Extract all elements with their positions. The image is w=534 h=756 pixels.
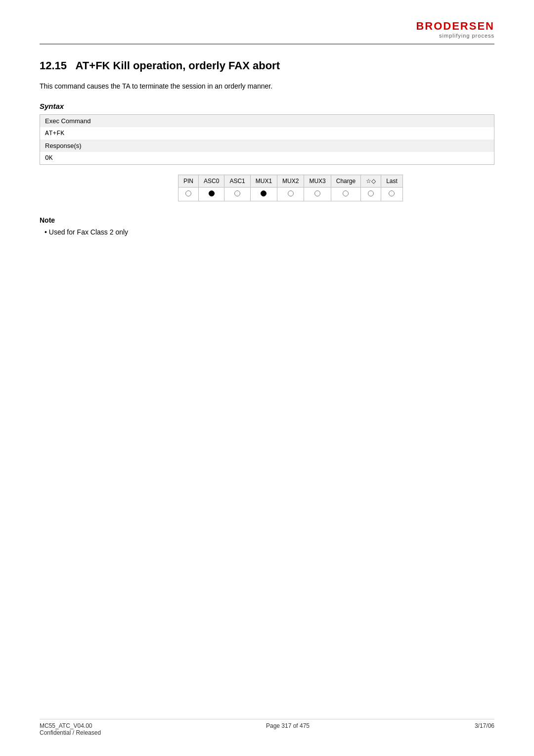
note-item-text: Used for Fax Class 2 only bbox=[49, 228, 128, 236]
circle-empty-mux3 bbox=[314, 190, 320, 196]
pin-table-wrapper: PIN ASC0 ASC1 MUX1 MUX2 MUX3 Charge ☆◇ L… bbox=[178, 175, 494, 201]
pin-header-asc0: ASC0 bbox=[199, 175, 224, 188]
pin-header-mux2: MUX2 bbox=[277, 175, 304, 188]
header-rule bbox=[40, 44, 494, 45]
pin-header-mux3: MUX3 bbox=[304, 175, 331, 188]
footer-left: MC55_ATC_V04.00 Confidential / Released bbox=[40, 722, 101, 736]
circle-empty-charge bbox=[343, 190, 349, 196]
pin-cell-asc0 bbox=[199, 188, 224, 201]
pin-header-asc1: ASC1 bbox=[224, 175, 250, 188]
page: BRODERSEN simplifying process 12.15 AT+F… bbox=[0, 0, 534, 756]
footer-page: Page 317 of 475 bbox=[266, 722, 310, 729]
pin-header-charge: Charge bbox=[331, 175, 360, 188]
response-label: Response(s) bbox=[40, 140, 494, 152]
section-heading: AT+FK Kill operation, orderly FAX abort bbox=[76, 59, 280, 72]
pin-cell-mux3 bbox=[304, 188, 331, 201]
table-row: Exec Command bbox=[40, 115, 494, 128]
section-title: 12.15 AT+FK Kill operation, orderly FAX … bbox=[40, 59, 494, 72]
logo-brand: BRODERSEN bbox=[416, 20, 494, 33]
pin-cell-star bbox=[361, 188, 381, 201]
footer-status: Confidential / Released bbox=[40, 729, 101, 736]
command-table: Exec Command AT+FK Response(s) OK bbox=[40, 114, 494, 165]
pin-header-pin: PIN bbox=[178, 175, 199, 188]
table-row: OK bbox=[40, 152, 494, 165]
circle-empty-star bbox=[368, 190, 374, 196]
exec-command-value: AT+FK bbox=[40, 127, 494, 140]
circle-filled-mux1 bbox=[261, 190, 267, 196]
logo-text: BRODERSEN bbox=[416, 20, 494, 32]
logo-tagline: simplifying process bbox=[416, 33, 494, 39]
pin-cell-pin bbox=[178, 188, 199, 201]
logo-area: BRODERSEN simplifying process bbox=[416, 20, 494, 39]
circle-empty-last bbox=[389, 190, 395, 196]
footer-doc-id: MC55_ATC_V04.00 bbox=[40, 722, 101, 729]
table-row: Response(s) bbox=[40, 140, 494, 152]
pin-cell-charge bbox=[331, 188, 360, 201]
pin-header-mux1: MUX1 bbox=[250, 175, 277, 188]
header: BRODERSEN simplifying process bbox=[40, 20, 494, 39]
pin-cell-asc1 bbox=[224, 188, 250, 201]
exec-command-label: Exec Command bbox=[40, 115, 494, 128]
footer-right: 3/17/06 bbox=[475, 722, 494, 736]
section-number: 12.15 bbox=[40, 59, 67, 72]
table-row: AT+FK bbox=[40, 127, 494, 140]
pin-table: PIN ASC0 ASC1 MUX1 MUX2 MUX3 Charge ☆◇ L… bbox=[178, 175, 403, 201]
response-value: OK bbox=[40, 152, 494, 165]
note-list: Used for Fax Class 2 only bbox=[40, 228, 494, 236]
circle-empty-asc1 bbox=[234, 190, 240, 196]
pin-header-star: ☆◇ bbox=[361, 175, 381, 188]
pin-table-header-row: PIN ASC0 ASC1 MUX1 MUX2 MUX3 Charge ☆◇ L… bbox=[178, 175, 403, 188]
circle-filled-asc0 bbox=[209, 190, 215, 196]
footer-center: Page 317 of 475 bbox=[266, 722, 310, 736]
pin-cell-last bbox=[381, 188, 403, 201]
syntax-label: Syntax bbox=[40, 102, 494, 110]
circle-empty-mux2 bbox=[288, 190, 294, 196]
pin-cell-mux2 bbox=[277, 188, 304, 201]
section-description: This command causes the TA to terminate … bbox=[40, 82, 494, 90]
note-label: Note bbox=[40, 216, 494, 224]
footer: MC55_ATC_V04.00 Confidential / Released … bbox=[40, 719, 494, 736]
circle-empty-pin bbox=[185, 190, 191, 196]
note-item: Used for Fax Class 2 only bbox=[44, 228, 494, 236]
footer-date: 3/17/06 bbox=[475, 722, 494, 729]
pin-header-last: Last bbox=[381, 175, 403, 188]
pin-cell-mux1 bbox=[250, 188, 277, 201]
pin-table-row bbox=[178, 188, 403, 201]
